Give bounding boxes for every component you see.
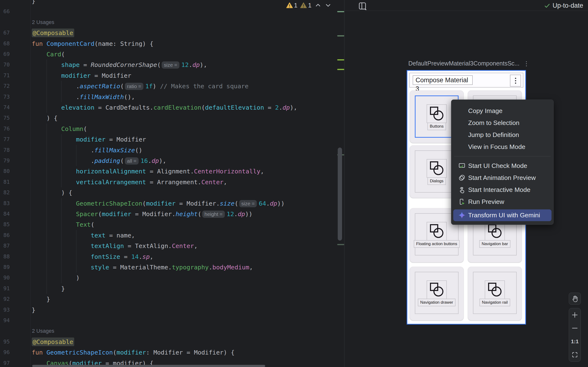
warning-icon: [286, 2, 293, 8]
menu-item-label: Zoom to Selection: [468, 119, 519, 127]
code-line: 67@Composable: [0, 28, 344, 38]
line-number: 68: [3, 38, 10, 49]
menu-item-label: Copy Image: [468, 107, 502, 115]
code-line: 80 horizontalAlignment = Alignment.Cente…: [0, 166, 344, 176]
code-line: 74 elevation = CardDefaults.cardElevatio…: [0, 102, 344, 113]
pan-hand-icon: [571, 295, 579, 303]
line-number: 74: [3, 102, 10, 113]
android-studio-window: }662 Usages67@Composable68fun ComponentC…: [0, 0, 588, 367]
menu-item-label: Jump to Definition: [468, 131, 519, 139]
menu-item-start-interactive-mode[interactable]: Start Interactive Mode: [451, 184, 553, 196]
code-line: 83 GeometricShapeIcon(modifier = Modifie…: [0, 198, 344, 209]
line-number: 67: [3, 28, 10, 38]
menu-item-view-in-focus-mode[interactable]: View in Focus Mode: [451, 141, 553, 153]
menu-item-label: View in Focus Mode: [468, 143, 525, 151]
code-vision-usages[interactable]: 2 Usages: [0, 17, 344, 28]
menu-item-start-ui-check-mode[interactable]: Start UI Check Mode: [451, 160, 553, 172]
preview-card-navigation-rail[interactable]: Navigation rail: [468, 267, 522, 320]
preview-card-navigation-drawer[interactable]: Navigation drawer: [410, 267, 464, 320]
menu-item-label: Start Interactive Mode: [468, 186, 530, 194]
gemini-icon: [458, 211, 466, 219]
line-number: 96: [3, 347, 10, 358]
card-label: Navigation rail: [479, 299, 510, 306]
weak-warning-count: 1: [308, 2, 311, 9]
weak-warning-icon: [300, 2, 307, 8]
menu-item-label: Transform UI with Gemini: [468, 212, 540, 219]
line-number: 92: [3, 294, 10, 304]
code-line: 79 .padding(all =16.dp),: [0, 155, 344, 166]
menu-item-run-preview[interactable]: Run Preview: [451, 196, 553, 208]
preview-name-label: DefaultPreviewMaterial3ComponentsSc...: [408, 60, 519, 67]
square-circle-icon: [428, 282, 445, 298]
card-label: Navigation bar: [479, 240, 510, 248]
line-number: 95: [3, 336, 10, 347]
toolbar-divider: [345, 10, 588, 11]
line-number: 94: [3, 315, 10, 326]
card-label: Dialogs: [428, 177, 446, 185]
line-number: 66: [3, 6, 10, 17]
line-number: 87: [3, 241, 10, 251]
zoom-to-fit-button[interactable]: [570, 349, 580, 360]
line-number: 70: [3, 59, 10, 70]
sync-status[interactable]: Up-to-date: [544, 2, 583, 9]
line-number: 79: [3, 155, 10, 166]
change-marker: [337, 244, 344, 245]
menu-item-copy-image[interactable]: Copy Image: [451, 105, 553, 117]
plus-icon: [571, 311, 578, 318]
vertical-scrollbar[interactable]: [338, 148, 342, 241]
square-circle-icon: [486, 223, 503, 239]
menu-item-start-animation-preview[interactable]: Start Animation Preview: [451, 172, 553, 184]
line-number: 86: [3, 230, 10, 241]
weak-warning-badge[interactable]: 1: [300, 2, 311, 9]
code-line: 78 .fillMaxSize(): [0, 145, 344, 155]
menu-item-jump-to-definition[interactable]: Jump to Definition: [451, 129, 553, 141]
line-number: 89: [3, 262, 10, 273]
warning-count: 1: [294, 2, 297, 9]
split-view-icon: [358, 2, 367, 11]
line-number: 69: [3, 49, 10, 59]
zoom-out-button[interactable]: [570, 322, 580, 334]
icon-bounds: [427, 159, 447, 178]
run-icon: [458, 197, 466, 206]
layout-bounds: Navigation drawer: [415, 272, 458, 314]
line-number: 91: [3, 283, 10, 294]
zoom-ratio-label: 1:1: [571, 338, 579, 345]
warning-badge[interactable]: 1: [286, 2, 297, 9]
change-marker: [337, 69, 344, 70]
horizontal-scrollbar[interactable]: [32, 365, 265, 367]
code-line: 73 .fillMaxWidth(),: [0, 92, 344, 102]
card-label: Buttons: [427, 123, 446, 130]
zoom-controls: 1:1: [569, 308, 581, 362]
code-line: 89 style = MaterialTheme.typography.body…: [0, 262, 344, 273]
line-number: 75: [3, 113, 10, 123]
line-number: 88: [3, 251, 10, 262]
zoom-actual-size-button[interactable]: 1:1: [570, 336, 580, 347]
next-highlight-button[interactable]: [325, 2, 332, 9]
code-line: 91 }: [0, 283, 344, 294]
preview-options-kebab-icon[interactable]: ⋮: [523, 60, 530, 67]
menu-item-label: Run Preview: [468, 198, 504, 206]
menu-item-label: Start UI Check Mode: [468, 162, 527, 170]
pan-tool-button[interactable]: [569, 293, 581, 305]
icon-bounds: [485, 280, 505, 299]
previous-highlight-button[interactable]: [314, 2, 322, 9]
menu-item-zoom-to-selection[interactable]: Zoom to Selection: [451, 117, 553, 129]
chevron-down-icon: [325, 2, 331, 8]
line-number: 83: [3, 198, 10, 209]
zoom-in-button[interactable]: [570, 309, 580, 321]
code-editor[interactable]: }662 Usages67@Composable68fun ComponentC…: [0, 0, 344, 367]
change-marker: [337, 59, 344, 60]
line-number: 76: [3, 124, 10, 134]
code-line: 95@Composable: [0, 336, 344, 347]
code-vision-usages[interactable]: 2 Usages: [0, 326, 344, 336]
code-line: 88 fontSize = 14.sp,: [0, 251, 344, 262]
menu-separator: [454, 156, 551, 156]
code-line: 81 verticalArrangement = Arrangement.Cen…: [0, 177, 344, 187]
square-circle-icon: [428, 223, 445, 239]
editor-layout-button[interactable]: [358, 1, 367, 11]
code-line: 86 text = name,: [0, 230, 344, 241]
card-label: Floating action buttons: [414, 240, 459, 248]
square-circle-icon: [486, 282, 503, 298]
menu-item-transform-ui-with-gemini[interactable]: Transform UI with Gemini: [451, 208, 553, 223]
code-line: 90 ): [0, 273, 344, 283]
